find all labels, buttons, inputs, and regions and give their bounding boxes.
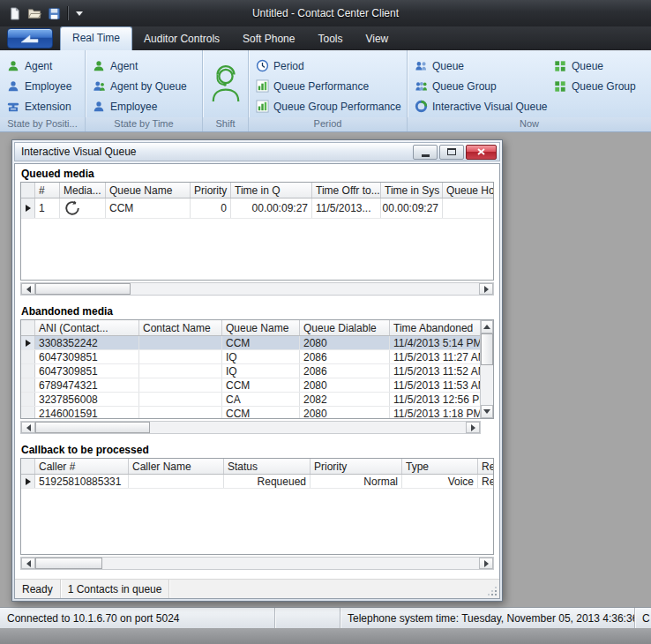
interactive-visual-queue-window: Interactive Visual Queue Queued media # bbox=[11, 139, 503, 602]
scrollbar-track bbox=[131, 283, 479, 295]
column-header[interactable]: ANI (Contact... bbox=[35, 320, 139, 335]
column-header[interactable]: Type bbox=[402, 459, 478, 474]
minimize-button[interactable] bbox=[413, 145, 438, 160]
column-header[interactable]: Time in Q bbox=[231, 183, 312, 198]
scroll-down-button[interactable] bbox=[481, 405, 493, 418]
column-header[interactable]: Caller Name bbox=[129, 459, 224, 474]
queued-media-row[interactable]: 1 CCM 0 00.00:09:27 11/5/2013... 00.00:0… bbox=[21, 198, 493, 219]
ribbon-item-queue-group-performance[interactable]: Queue Group Performance bbox=[249, 96, 407, 116]
new-document-icon[interactable] bbox=[8, 7, 21, 20]
row-selector-header bbox=[21, 183, 35, 198]
status-empty-panel bbox=[275, 608, 340, 628]
abandoned-row[interactable]: 6789474321 CCM 2080 11/5/2013 11:53 AM bbox=[21, 378, 480, 393]
column-header[interactable]: Queue Name bbox=[106, 183, 191, 198]
cell-time-abandoned: 11/5/2013 11:52 AM bbox=[390, 364, 480, 378]
abandoned-row[interactable]: 6047309851 IQ 2086 11/5/2013 11:52 AM bbox=[21, 364, 480, 378]
section-title-callback: Callback to be processed bbox=[15, 440, 499, 458]
ribbon-item-label: Queue bbox=[432, 60, 464, 72]
tab-auditor-controls[interactable]: Auditor Controls bbox=[132, 28, 231, 50]
current-row-indicator bbox=[21, 336, 35, 349]
tab-real-time[interactable]: Real Time bbox=[60, 26, 132, 50]
ribbon-item-queue-grid[interactable]: Queue bbox=[547, 56, 651, 76]
scrollbar-track bbox=[102, 558, 479, 569]
arrow-left-icon bbox=[26, 424, 31, 431]
cell-queue-name: IQ bbox=[222, 364, 300, 378]
scroll-left-button[interactable] bbox=[21, 422, 35, 433]
column-header[interactable]: Caller # bbox=[35, 459, 129, 474]
grid-header-row: # Media... Queue Name Priority Time in Q… bbox=[21, 183, 493, 198]
resize-grip[interactable] bbox=[488, 587, 498, 596]
employee-icon bbox=[6, 79, 20, 94]
ribbon-item-agent-time[interactable]: Agent bbox=[86, 56, 202, 76]
maximize-button[interactable] bbox=[439, 145, 464, 160]
status-telephone-time: Telephone system time: Tuesday, November… bbox=[340, 608, 635, 628]
column-header[interactable]: Contact Name bbox=[139, 320, 222, 335]
tab-tools[interactable]: Tools bbox=[306, 28, 354, 50]
abandoned-media-grid: ANI (Contact... Contact Name Queue Name … bbox=[20, 319, 494, 419]
column-header[interactable]: Priority bbox=[191, 183, 231, 198]
column-header[interactable]: Media... bbox=[60, 183, 106, 198]
column-header[interactable]: Priority bbox=[311, 459, 402, 474]
application-menu-button[interactable] bbox=[7, 28, 53, 49]
abandoned-row[interactable]: 2146001591 CCM 2080 11/5/2013 1:18 PM bbox=[21, 407, 480, 418]
scroll-up-button[interactable] bbox=[481, 320, 493, 333]
ribbon-item-interactive-visual-queue[interactable]: Interactive Visual Queue bbox=[408, 96, 547, 116]
scrollbar-thumb[interactable] bbox=[35, 283, 131, 295]
open-folder-icon[interactable] bbox=[27, 7, 41, 20]
column-header[interactable]: Status bbox=[224, 459, 311, 474]
scrollbar-thumb[interactable] bbox=[481, 333, 493, 365]
ribbon-item-period[interactable]: Period bbox=[249, 56, 407, 76]
ribbon: Agent Employee Extension State by Positi… bbox=[0, 50, 651, 132]
tab-view[interactable]: View bbox=[354, 28, 400, 50]
ribbon-item-queue-performance[interactable]: Queue Performance bbox=[249, 76, 407, 96]
abandoned-row[interactable]: 3237856008 CA 2082 11/5/2013 12:56 PM bbox=[21, 393, 480, 407]
toolbar-dropdown-icon[interactable] bbox=[76, 11, 83, 16]
cell-caller-number: 51925810885331 bbox=[35, 475, 129, 488]
column-header[interactable]: Queue Dialable bbox=[300, 320, 390, 335]
ribbon-item-employee-time[interactable]: Employee bbox=[86, 96, 202, 116]
ribbon-item-employee-position[interactable]: Employee bbox=[0, 76, 85, 96]
ribbon-item-label: Extension bbox=[25, 101, 71, 113]
scrollbar-thumb[interactable] bbox=[35, 558, 102, 569]
scroll-right-button[interactable] bbox=[479, 558, 493, 569]
scroll-right-button[interactable] bbox=[466, 422, 480, 433]
ribbon-item-label: Agent bbox=[110, 60, 138, 72]
cell-contact-name bbox=[139, 407, 222, 418]
cell-contact-name bbox=[139, 336, 222, 349]
column-header[interactable]: # bbox=[35, 183, 60, 198]
queue-grid-icon bbox=[553, 59, 567, 73]
ribbon-item-shift[interactable] bbox=[203, 50, 248, 117]
abandoned-row[interactable]: 6047309851 IQ 2086 11/5/2013 11:27 AM bbox=[21, 350, 480, 364]
column-header[interactable]: Queue Name bbox=[222, 320, 300, 335]
ribbon-item-queue-group-grid[interactable]: Queue Group bbox=[547, 76, 651, 96]
column-header[interactable]: Time Abandoned bbox=[390, 320, 480, 335]
tab-soft-phone[interactable]: Soft Phone bbox=[231, 28, 306, 50]
cell-queue-dialable: 2082 bbox=[300, 393, 390, 406]
scrollbar-thumb[interactable] bbox=[35, 422, 150, 433]
abandoned-row[interactable]: 3308352242 CCM 2080 11/4/2013 5:14 PM bbox=[21, 336, 480, 350]
ribbon-item-agent-by-queue[interactable]: Agent by Queue bbox=[86, 76, 202, 96]
ribbon-group-now: Queue Queue Group Interactive Visual Que… bbox=[408, 50, 651, 131]
column-header[interactable]: Time in Sys bbox=[381, 183, 443, 198]
ribbon-item-label: Period bbox=[273, 60, 304, 72]
column-header[interactable]: Reas bbox=[478, 459, 493, 474]
column-header[interactable]: Queue Hop bbox=[443, 183, 493, 198]
cell-time-in-sys: 00.00:09:27 bbox=[381, 198, 443, 218]
cell-ani: 3237856008 bbox=[35, 393, 139, 406]
scroll-right-button[interactable] bbox=[479, 283, 493, 295]
ribbon-item-queue-now[interactable]: Queue bbox=[408, 56, 547, 76]
ribbon-item-agent-position[interactable]: Agent bbox=[0, 56, 85, 76]
close-button[interactable] bbox=[466, 145, 497, 160]
ribbon-item-label: Queue Group bbox=[572, 80, 636, 93]
callback-row[interactable]: 51925810885331 Requeued Normal Voice Req bbox=[21, 475, 493, 489]
current-row-indicator bbox=[21, 475, 35, 488]
scroll-left-button[interactable] bbox=[21, 558, 35, 569]
ribbon-item-extension[interactable]: Extension bbox=[0, 96, 85, 116]
scroll-left-button[interactable] bbox=[21, 283, 35, 295]
cell-queue-name: CCM bbox=[222, 407, 300, 418]
column-header[interactable]: Time Offr to... bbox=[312, 183, 381, 198]
save-icon[interactable] bbox=[48, 7, 61, 20]
cell-queue-name: CCM bbox=[222, 378, 300, 392]
ribbon-item-queue-group-now[interactable]: Queue Group bbox=[408, 76, 547, 96]
chart-icon bbox=[255, 100, 269, 114]
